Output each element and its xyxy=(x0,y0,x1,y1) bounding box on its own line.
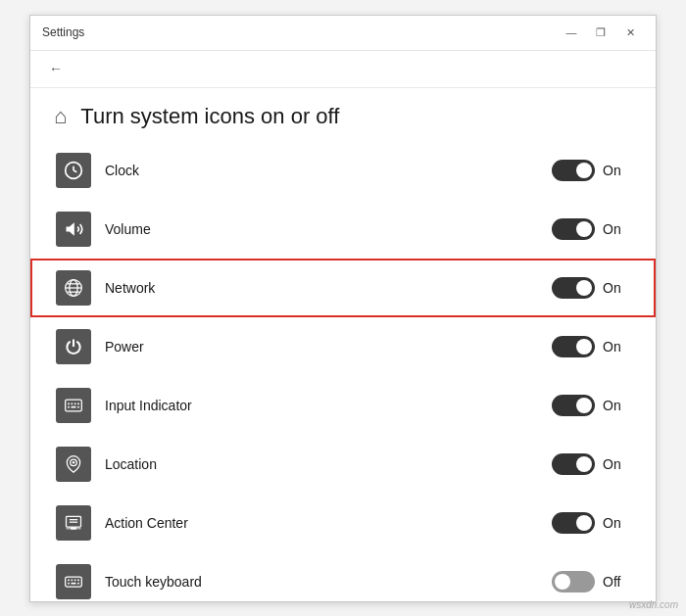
clock-toggle-container: On xyxy=(552,160,630,181)
power-toggle[interactable] xyxy=(552,336,595,357)
touch-keyboard-toggle-label: Off xyxy=(603,574,626,590)
power-icon-box xyxy=(56,329,91,364)
input-indicator-toggle-label: On xyxy=(603,398,626,413)
clock-icon-box xyxy=(56,153,91,188)
power-toggle-knob xyxy=(576,339,592,355)
location-toggle[interactable] xyxy=(552,453,595,475)
title-bar-left: Settings xyxy=(42,25,84,39)
input-indicator-name: Input Indicator xyxy=(105,398,552,413)
touch-keyboard-toggle-knob xyxy=(555,574,570,590)
setting-row-location: LocationOn xyxy=(30,435,656,494)
clock-toggle-knob xyxy=(576,163,592,178)
nav-bar: ← xyxy=(30,51,656,88)
settings-list: ClockOnVolumeOnNetworkOnPowerOnInput Ind… xyxy=(30,141,656,601)
touch-keyboard-toggle[interactable] xyxy=(552,571,595,592)
restore-button[interactable]: ❐ xyxy=(587,22,614,43)
setting-row-input-indicator: Input IndicatorOn xyxy=(30,376,656,435)
location-name: Location xyxy=(105,456,552,472)
setting-row-clock: ClockOn xyxy=(30,141,656,200)
action-center-toggle[interactable] xyxy=(552,512,595,534)
home-icon: ⌂ xyxy=(54,104,67,129)
setting-row-network: NetworkOn xyxy=(30,259,656,317)
minimize-button[interactable]: — xyxy=(558,22,585,43)
location-toggle-container: On xyxy=(552,453,630,475)
touch-keyboard-icon-box xyxy=(56,564,91,599)
watermark: wsxdn.com xyxy=(629,599,678,610)
page-header: ⌂ Turn system icons on or off xyxy=(30,88,656,141)
network-toggle-container: On xyxy=(552,277,630,299)
setting-row-touch-keyboard: Touch keyboardOff xyxy=(30,552,656,601)
network-name: Network xyxy=(105,280,552,296)
clock-toggle-label: On xyxy=(603,163,626,178)
location-icon-box xyxy=(56,447,91,482)
close-button[interactable]: ✕ xyxy=(616,22,644,43)
action-center-icon-box xyxy=(56,505,91,541)
network-icon-box xyxy=(56,270,91,306)
volume-toggle-label: On xyxy=(603,221,626,237)
action-center-toggle-container: On xyxy=(552,512,630,534)
clock-name: Clock xyxy=(105,163,552,178)
page-title: Turn system icons on or off xyxy=(80,104,339,129)
location-toggle-label: On xyxy=(603,456,626,472)
network-toggle-knob xyxy=(576,280,592,296)
power-toggle-label: On xyxy=(603,339,626,355)
input-indicator-toggle-knob xyxy=(576,398,592,413)
volume-toggle[interactable] xyxy=(552,218,595,240)
action-center-toggle-knob xyxy=(576,515,592,531)
setting-row-volume: VolumeOn xyxy=(30,200,656,259)
volume-toggle-container: On xyxy=(552,218,630,240)
volume-icon-box xyxy=(56,212,91,247)
setting-row-power: PowerOn xyxy=(30,317,656,376)
action-center-toggle-label: On xyxy=(603,515,626,531)
touch-keyboard-toggle-container: Off xyxy=(552,571,630,592)
setting-row-action-center: Action CenterOn xyxy=(30,494,656,552)
volume-name: Volume xyxy=(105,221,552,237)
settings-window: Settings — ❐ ✕ ← ⌂ Turn system icons on … xyxy=(29,15,657,602)
power-name: Power xyxy=(105,339,552,355)
input-indicator-toggle[interactable] xyxy=(552,395,595,416)
network-toggle-label: On xyxy=(603,280,626,296)
title-bar-controls: — ❐ ✕ xyxy=(558,22,644,43)
input-indicator-icon-box xyxy=(56,388,91,423)
title-bar: Settings — ❐ ✕ xyxy=(30,16,656,51)
settings-title: Settings xyxy=(42,25,84,39)
location-toggle-knob xyxy=(576,456,592,472)
network-toggle[interactable] xyxy=(552,277,595,299)
input-indicator-toggle-container: On xyxy=(552,395,630,416)
volume-toggle-knob xyxy=(576,221,592,237)
action-center-name: Action Center xyxy=(105,515,552,531)
touch-keyboard-name: Touch keyboard xyxy=(105,574,552,590)
power-toggle-container: On xyxy=(552,336,630,357)
back-button[interactable]: ← xyxy=(42,55,70,82)
clock-toggle[interactable] xyxy=(552,160,595,181)
